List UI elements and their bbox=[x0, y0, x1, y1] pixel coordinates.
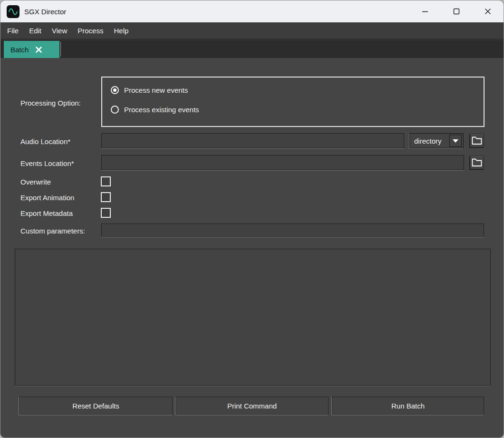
radio-process-new-events-label: Process new events bbox=[124, 86, 188, 94]
folder-icon bbox=[472, 158, 482, 167]
menu-file[interactable]: File bbox=[2, 22, 24, 39]
radio-button-icon bbox=[111, 106, 119, 114]
events-location-label: Events Location* bbox=[20, 159, 74, 167]
tab-batch-label: Batch bbox=[10, 46, 29, 54]
radio-process-existing-events-label: Process existing events bbox=[124, 106, 199, 114]
menu-edit[interactable]: Edit bbox=[24, 22, 47, 39]
radio-process-existing-events[interactable]: Process existing events bbox=[111, 106, 199, 114]
chevron-down-icon bbox=[453, 139, 458, 143]
window-controls bbox=[409, 0, 504, 22]
maximize-button[interactable] bbox=[441, 0, 472, 22]
tab-bar: Batch bbox=[0, 40, 504, 58]
audio-location-input[interactable] bbox=[101, 133, 404, 148]
tab-batch[interactable]: Batch bbox=[4, 41, 59, 58]
minimize-button[interactable] bbox=[409, 0, 441, 22]
processing-option-group: Process new events Process existing even… bbox=[101, 77, 485, 127]
events-location-browse-button[interactable] bbox=[470, 156, 484, 169]
processing-option-label: Processing Option: bbox=[20, 99, 81, 107]
tab-close-icon bbox=[35, 46, 42, 53]
export-animation-label: Export Animation bbox=[20, 194, 74, 202]
maximize-icon bbox=[453, 8, 460, 15]
custom-parameters-label: Custom parameters: bbox=[20, 227, 85, 235]
reset-defaults-button[interactable]: Reset Defaults bbox=[19, 397, 173, 415]
menu-process[interactable]: Process bbox=[72, 22, 108, 39]
minimize-icon bbox=[421, 8, 429, 15]
overwrite-checkbox[interactable] bbox=[101, 176, 111, 186]
overwrite-label: Overwrite bbox=[20, 178, 51, 186]
dropdown-arrow-button[interactable] bbox=[449, 135, 462, 147]
output-log[interactable] bbox=[15, 249, 491, 386]
radio-button-icon bbox=[111, 86, 119, 94]
menu-view[interactable]: View bbox=[47, 22, 72, 39]
export-metadata-checkbox[interactable] bbox=[101, 208, 111, 218]
title-bar: SGX Director bbox=[0, 0, 504, 22]
run-batch-button[interactable]: Run Batch bbox=[332, 397, 484, 415]
tab-close-button[interactable] bbox=[35, 46, 42, 53]
menu-help[interactable]: Help bbox=[108, 22, 134, 39]
close-button[interactable] bbox=[472, 0, 504, 22]
radio-process-new-events[interactable]: Process new events bbox=[111, 86, 188, 94]
folder-icon bbox=[472, 136, 482, 145]
app-logo-icon bbox=[7, 5, 19, 18]
audio-location-browse-button[interactable] bbox=[470, 134, 484, 147]
audio-location-mode-value: directory bbox=[410, 137, 449, 145]
events-location-input[interactable] bbox=[101, 155, 464, 170]
custom-parameters-input[interactable] bbox=[101, 224, 484, 237]
export-metadata-label: Export Metadata bbox=[20, 209, 73, 217]
close-icon bbox=[484, 8, 492, 15]
window-title: SGX Director bbox=[24, 8, 66, 16]
audio-location-mode-select[interactable]: directory bbox=[409, 133, 464, 148]
audio-location-label: Audio Location* bbox=[20, 137, 70, 146]
sine-wave-icon bbox=[8, 7, 18, 17]
menu-bar: File Edit View Process Help bbox=[0, 22, 504, 39]
print-command-button[interactable]: Print Command bbox=[175, 397, 329, 415]
export-animation-checkbox[interactable] bbox=[101, 192, 111, 202]
tab-separator bbox=[60, 42, 61, 57]
app-window: SGX Director File Edit View bbox=[0, 0, 504, 438]
